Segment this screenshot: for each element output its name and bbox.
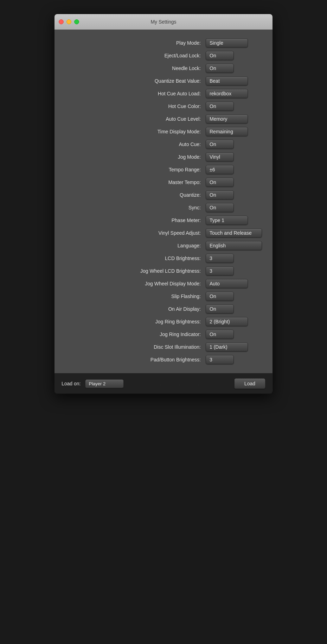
label-sync: Sync: <box>65 202 206 213</box>
label-phase-meter: Phase Meter: <box>65 215 206 226</box>
load-on-label: Load on: <box>62 381 81 386</box>
control-play-mode: SingleContinueSingle LoopTrack Loop <box>206 37 262 49</box>
control-hot-cue-auto-load: rekordboxOnOff <box>206 87 262 100</box>
label-jog-ring-indicator: Jog Ring Indicator: <box>65 329 206 340</box>
label-jog-wheel-display-mode: Jog Wheel Display Mode: <box>65 278 206 289</box>
label-play-mode: Play Mode: <box>65 38 206 48</box>
label-language: Language: <box>65 240 206 251</box>
select-jog-wheel-display-mode[interactable]: AutoArtSimple <box>206 279 248 288</box>
label-pad-button-brightness: Pad/Button Brightness: <box>65 354 206 365</box>
control-sync: OnOff <box>206 201 262 214</box>
label-lcd-brightness: LCD Brightness: <box>65 253 206 264</box>
select-auto-cue-level[interactable]: Memory-36dB-42dB-48dB-54dB-60dB-66dB-72d… <box>206 114 248 124</box>
control-tempo-range: ±6±10±16Wide <box>206 163 262 176</box>
label-vinyl-speed-adjust: Vinyl Speed Adjust: <box>65 228 206 238</box>
label-quantize: Quantize: <box>65 190 206 200</box>
minimize-button[interactable] <box>66 19 71 24</box>
select-vinyl-speed-adjust[interactable]: Touch and ReleaseTouchRelease <box>206 228 262 238</box>
select-language[interactable]: EnglishJapaneseChineseKoreanFrenchGerman… <box>206 241 262 250</box>
control-quantize-beat-value: Beat1/2 Beat1/4 Beat1/8 Beat <box>206 75 262 87</box>
label-hot-cue-auto-load: Hot Cue Auto Load: <box>65 88 206 99</box>
label-slip-flashing: Slip Flashing: <box>65 291 206 302</box>
label-disc-slot-illumination: Disc Slot Illumination: <box>65 342 206 352</box>
select-jog-ring-indicator[interactable]: OnOff <box>206 330 234 339</box>
control-disc-slot-illumination: 1 (Dark)2 (Bright)Off <box>206 341 262 353</box>
label-jog-wheel-lcd-brightness: Jog Wheel LCD Brightness: <box>65 266 206 276</box>
maximize-button[interactable] <box>74 19 79 24</box>
label-master-tempo: Master Tempo: <box>65 177 206 188</box>
select-jog-mode[interactable]: VinylCDJ <box>206 152 234 162</box>
select-tempo-range[interactable]: ±6±10±16Wide <box>206 165 234 174</box>
select-master-tempo[interactable]: OnOff <box>206 178 234 187</box>
select-jog-wheel-lcd-brightness[interactable]: 12345 <box>206 266 234 276</box>
select-time-display-mode[interactable]: RemainingElapsed <box>206 127 248 136</box>
control-jog-mode: VinylCDJ <box>206 151 262 163</box>
select-play-mode[interactable]: SingleContinueSingle LoopTrack Loop <box>206 38 248 48</box>
footer: Load on: Player 1Player 2 Load <box>54 373 272 394</box>
load-on-select[interactable]: Player 1Player 2 <box>85 379 124 388</box>
label-needle-lock: Needle Lock: <box>65 63 206 74</box>
control-on-air-display: OnOff <box>206 303 262 315</box>
control-phase-meter: Type 1Type 2 <box>206 214 262 227</box>
label-auto-cue: Auto Cue: <box>65 139 206 150</box>
control-jog-wheel-display-mode: AutoArtSimple <box>206 277 262 290</box>
control-auto-cue-level: Memory-36dB-42dB-48dB-54dB-60dB-66dB-72d… <box>206 113 262 125</box>
select-pad-button-brightness[interactable]: 12345 <box>206 355 234 364</box>
control-jog-ring-indicator: OnOff <box>206 328 262 341</box>
titlebar: My Settings <box>54 14 272 30</box>
settings-content: Play Mode:SingleContinueSingle LoopTrack… <box>54 30 272 373</box>
select-on-air-display[interactable]: OnOff <box>206 304 234 314</box>
select-quantize[interactable]: OnOff <box>206 190 234 200</box>
select-quantize-beat-value[interactable]: Beat1/2 Beat1/4 Beat1/8 Beat <box>206 76 248 86</box>
control-jog-wheel-lcd-brightness: 12345 <box>206 265 262 277</box>
select-hot-cue-color[interactable]: OnOff <box>206 102 234 111</box>
control-lcd-brightness: 12345 <box>206 252 262 265</box>
select-lcd-brightness[interactable]: 12345 <box>206 254 234 263</box>
label-time-display-mode: Time Display Mode: <box>65 126 206 137</box>
control-auto-cue: OnOff <box>206 138 262 151</box>
control-eject-load-lock: OnOff <box>206 49 262 62</box>
label-eject-load-lock: Eject/Load Lock: <box>65 50 206 61</box>
label-jog-mode: Jog Mode: <box>65 152 206 162</box>
settings-grid: Play Mode:SingleContinueSingle LoopTrack… <box>65 37 262 366</box>
control-needle-lock: OnOff <box>206 62 262 75</box>
control-time-display-mode: RemainingElapsed <box>206 125 262 138</box>
traffic-lights <box>59 19 79 24</box>
select-sync[interactable]: OnOff <box>206 203 234 212</box>
close-button[interactable] <box>59 19 64 24</box>
window-title: My Settings <box>150 19 176 25</box>
label-jog-ring-brightness: Jog Ring Brightness: <box>65 316 206 327</box>
control-quantize: OnOff <box>206 189 262 201</box>
select-eject-load-lock[interactable]: OnOff <box>206 51 234 60</box>
select-phase-meter[interactable]: Type 1Type 2 <box>206 216 248 225</box>
select-slip-flashing[interactable]: OnOff <box>206 292 234 301</box>
select-jog-ring-brightness[interactable]: 1 (Dim)2 (Bright)Off <box>206 317 248 326</box>
select-hot-cue-auto-load[interactable]: rekordboxOnOff <box>206 89 248 98</box>
control-language: EnglishJapaneseChineseKoreanFrenchGerman… <box>206 239 262 252</box>
label-tempo-range: Tempo Range: <box>65 164 206 175</box>
control-vinyl-speed-adjust: Touch and ReleaseTouchRelease <box>206 227 262 239</box>
control-jog-ring-brightness: 1 (Dim)2 (Bright)Off <box>206 315 262 328</box>
settings-window: My Settings Play Mode:SingleContinueSing… <box>54 14 272 394</box>
label-hot-cue-color: Hot Cue Color: <box>65 101 206 112</box>
select-disc-slot-illumination[interactable]: 1 (Dark)2 (Bright)Off <box>206 342 248 352</box>
select-auto-cue[interactable]: OnOff <box>206 140 234 149</box>
control-hot-cue-color: OnOff <box>206 100 262 113</box>
label-auto-cue-level: Auto Cue Level: <box>65 114 206 124</box>
load-button[interactable]: Load <box>234 378 265 389</box>
label-on-air-display: On Air Display: <box>65 304 206 314</box>
control-pad-button-brightness: 12345 <box>206 353 262 366</box>
select-needle-lock[interactable]: OnOff <box>206 64 234 73</box>
label-quantize-beat-value: Quantize Beat Value: <box>65 76 206 86</box>
control-master-tempo: OnOff <box>206 176 262 189</box>
control-slip-flashing: OnOff <box>206 290 262 303</box>
